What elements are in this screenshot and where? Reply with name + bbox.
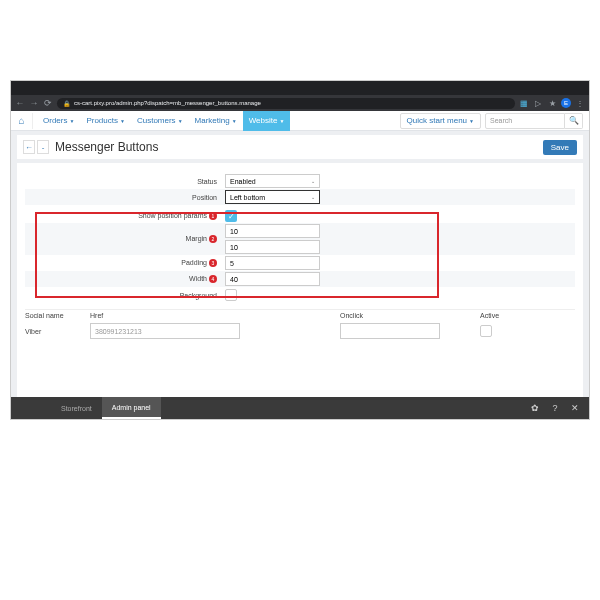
search-button[interactable]: 🔍 xyxy=(565,113,583,129)
width-label: Width4 xyxy=(25,275,225,283)
menu-icon[interactable]: ⋮ xyxy=(575,98,585,108)
padding-input[interactable]: 5 xyxy=(225,256,320,270)
extension-icon[interactable]: ▦ xyxy=(519,98,529,108)
collapse-right-button[interactable]: - xyxy=(37,140,49,154)
table-header: Social name Href Onclick Active xyxy=(25,309,575,321)
menu-customers[interactable]: Customers▼ xyxy=(131,111,189,131)
reload-icon[interactable]: ⟳ xyxy=(43,98,53,108)
save-button[interactable]: Save xyxy=(543,140,577,155)
extension-icon[interactable]: ▷ xyxy=(533,98,543,108)
forward-icon[interactable]: → xyxy=(29,98,39,108)
status-label: Status xyxy=(25,178,225,185)
avatar[interactable]: E xyxy=(561,98,571,108)
collapse-left-button[interactable]: ← xyxy=(23,140,35,154)
social-name-cell: Viber xyxy=(25,328,90,335)
position-select[interactable]: Left bottom⌄ xyxy=(225,190,320,204)
position-label: Position xyxy=(25,194,225,201)
show-params-label: Show position params1 xyxy=(25,212,225,220)
bottom-bar: Storefront Admin panel ✿ ? ✕ xyxy=(11,397,589,419)
url-text: cs-cart.pixy.pro/admin.php?dispatch=mb_m… xyxy=(74,100,261,106)
menu-marketing[interactable]: Marketing▼ xyxy=(189,111,243,131)
col-href: Href xyxy=(90,312,340,319)
url-bar[interactable]: 🔒 cs-cart.pixy.pro/admin.php?dispatch=mb… xyxy=(57,98,515,109)
padding-label: Padding3 xyxy=(25,259,225,267)
title-bar: ← - Messenger Buttons Save xyxy=(17,135,583,159)
page-title: Messenger Buttons xyxy=(55,140,158,154)
status-select[interactable]: Enabled⌄ xyxy=(225,174,320,188)
tab-storefront[interactable]: Storefront xyxy=(51,397,102,419)
menu-products[interactable]: Products▼ xyxy=(80,111,131,131)
close-icon[interactable]: ✕ xyxy=(569,402,581,414)
margin-bottom-input[interactable]: 10 xyxy=(225,240,320,254)
bookmark-icon[interactable]: ★ xyxy=(547,98,557,108)
back-icon[interactable]: ← xyxy=(15,98,25,108)
help-icon[interactable]: ? xyxy=(549,402,561,414)
col-social: Social name xyxy=(25,312,90,319)
background-label: Background xyxy=(25,292,225,299)
quick-start-button[interactable]: Quick start menu▼ xyxy=(400,113,481,129)
menu-website[interactable]: Website▼ xyxy=(243,111,291,131)
margin-label: Margin2 xyxy=(25,235,225,243)
home-icon[interactable]: ⌂ xyxy=(17,113,33,129)
background-checkbox[interactable] xyxy=(225,289,237,301)
col-active: Active xyxy=(480,312,520,319)
col-onclick: Onclick xyxy=(340,312,480,319)
lock-icon: 🔒 xyxy=(63,100,70,107)
content-panel: Status Enabled⌄ Position Left bottom⌄ Sh… xyxy=(17,163,583,419)
gear-icon[interactable]: ✿ xyxy=(529,402,541,414)
onclick-input[interactable] xyxy=(340,323,440,339)
active-checkbox[interactable] xyxy=(480,325,492,337)
width-input[interactable]: 40 xyxy=(225,272,320,286)
margin-top-input[interactable]: 10 xyxy=(225,224,320,238)
show-params-checkbox[interactable]: ✓ xyxy=(225,210,237,222)
main-menu: ⌂ Orders▼ Products▼ Customers▼ Marketing… xyxy=(11,111,589,131)
browser-toolbar: ← → ⟳ 🔒 cs-cart.pixy.pro/admin.php?dispa… xyxy=(11,95,589,111)
table-row: Viber 380991231213 xyxy=(25,321,575,341)
tab-admin-panel[interactable]: Admin panel xyxy=(102,397,161,419)
href-input[interactable]: 380991231213 xyxy=(90,323,240,339)
browser-tab-strip xyxy=(11,81,589,95)
menu-orders[interactable]: Orders▼ xyxy=(37,111,80,131)
widget-label xyxy=(11,397,51,419)
search-input[interactable]: Search xyxy=(485,113,565,129)
